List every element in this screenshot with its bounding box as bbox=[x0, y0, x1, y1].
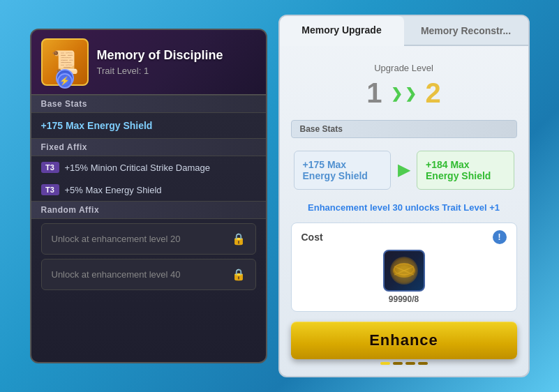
right-base-stats-label: Base Stats bbox=[291, 120, 517, 138]
pip-3 bbox=[405, 362, 415, 365]
enhancement-notice: Enhancement level 30 unlocks Trait Level… bbox=[291, 195, 517, 217]
base-stats-label: Base Stats bbox=[31, 95, 266, 113]
pip-4 bbox=[418, 362, 428, 365]
info-icon[interactable]: ! bbox=[493, 230, 507, 244]
currency-icon bbox=[383, 250, 425, 292]
fixed-affix-label: Fixed Affix bbox=[31, 138, 266, 156]
cost-label: Cost bbox=[301, 232, 323, 243]
stat-after: +184 Max Energy Shield bbox=[417, 151, 514, 190]
pip-2 bbox=[393, 362, 403, 365]
badge-icon: ⚡ bbox=[59, 76, 70, 86]
stat-before: +175 Max Energy Shield bbox=[294, 151, 392, 190]
item-trait: Trait Level: 1 bbox=[97, 66, 256, 76]
currency-count: 99990/8 bbox=[389, 294, 419, 304]
tab-memory-upgrade[interactable]: Memory Upgrade bbox=[280, 16, 404, 46]
fixed-affix-1: T3 +15% Minion Critical Strike Damage bbox=[31, 156, 266, 179]
enhance-pip-row bbox=[291, 362, 517, 365]
item-badge: ⚡ bbox=[57, 73, 73, 89]
fixed-affix-1-text: +15% Minion Critical Strike Damage bbox=[65, 163, 210, 173]
right-card: Memory Upgrade Memory Reconstr... Upgrad… bbox=[278, 15, 530, 377]
enhance-button[interactable]: Enhance bbox=[291, 322, 517, 359]
locked-slot-1: Unlock at enhancement level 20 🔒 bbox=[41, 223, 256, 255]
cost-item: 99990/8 bbox=[301, 250, 507, 304]
item-icon: 📜 ⚡ bbox=[41, 38, 89, 86]
svg-point-3 bbox=[394, 264, 414, 275]
cost-section: Cost ! 99990/8 bbox=[291, 223, 517, 312]
level-display: 1 ❯ ❯ 2 bbox=[291, 77, 517, 109]
cost-header: Cost ! bbox=[301, 230, 507, 244]
locked-slot-2-text: Unlock at enhancement level 40 bbox=[52, 269, 181, 280]
tab-memory-reconstruct[interactable]: Memory Reconstr... bbox=[404, 16, 528, 45]
lock-icon-1: 🔒 bbox=[232, 232, 246, 246]
current-level: 1 bbox=[366, 77, 382, 109]
currency-svg bbox=[390, 257, 418, 285]
tier-badge-1: T3 bbox=[41, 162, 59, 173]
svg-line-1 bbox=[394, 266, 414, 275]
svg-point-0 bbox=[393, 264, 415, 278]
stat-compare-row: +175 Max Energy Shield ▶ +184 Max Energy… bbox=[291, 145, 517, 195]
item-name: Memory of Discipline bbox=[97, 48, 256, 63]
left-card: 📜 ⚡ Memory of Discipline Trait Level: 1 … bbox=[30, 29, 267, 363]
upgrade-level-section: Upgrade Level 1 ❯ ❯ 2 bbox=[291, 57, 517, 120]
stat-arrow-icon: ▶ bbox=[398, 161, 410, 179]
lock-icon-2: 🔒 bbox=[232, 268, 246, 281]
pip-1 bbox=[380, 362, 390, 365]
tier-badge-2: T3 bbox=[41, 184, 59, 195]
upgrade-level-label: Upgrade Level bbox=[291, 63, 517, 73]
item-header: 📜 ⚡ Memory of Discipline Trait Level: 1 bbox=[31, 30, 266, 95]
info-symbol: ! bbox=[498, 232, 501, 242]
level-arrow-group: ❯ ❯ bbox=[391, 84, 417, 103]
locked-slot-1-text: Unlock at enhancement level 20 bbox=[52, 234, 181, 244]
chevron-2: ❯ bbox=[405, 84, 417, 103]
random-affix-label: Random Affix bbox=[31, 201, 266, 219]
tab-bar: Memory Upgrade Memory Reconstr... bbox=[280, 16, 528, 46]
svg-line-2 bbox=[394, 266, 414, 275]
base-stat-value: +175 Max Energy Shield bbox=[31, 113, 266, 138]
item-title-area: Memory of Discipline Trait Level: 1 bbox=[97, 48, 256, 76]
chevron-1: ❯ bbox=[391, 84, 403, 103]
next-level: 2 bbox=[426, 77, 441, 109]
locked-slot-2: Unlock at enhancement level 40 🔒 bbox=[41, 259, 256, 290]
fixed-affix-2-text: +5% Max Energy Shield bbox=[65, 185, 162, 195]
fixed-affix-2: T3 +5% Max Energy Shield bbox=[31, 179, 266, 201]
right-content: Upgrade Level 1 ❯ ❯ 2 Base Stats +175 Ma… bbox=[280, 46, 528, 376]
